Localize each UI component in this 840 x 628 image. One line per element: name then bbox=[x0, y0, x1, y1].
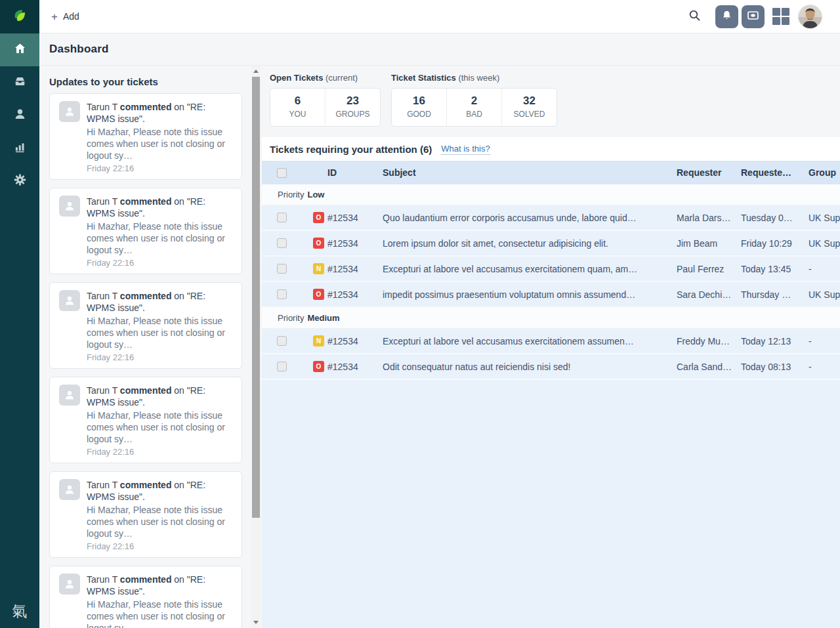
ticket-subject[interactable]: impedit possimus praesentium voluptatum … bbox=[383, 289, 677, 300]
ticket-requester: Carla Sand… bbox=[677, 362, 741, 372]
page-title: Dashboard bbox=[49, 43, 109, 56]
ticket-row[interactable]: O #12534 impedit possimus praesentium vo… bbox=[262, 282, 840, 308]
column-id[interactable]: ID bbox=[327, 167, 383, 178]
column-group[interactable]: Group bbox=[808, 167, 840, 178]
status-badge: O bbox=[313, 212, 324, 223]
gear-icon bbox=[13, 173, 27, 189]
ticket-subject[interactable]: Excepturi at labore vel accusamus exerci… bbox=[383, 264, 677, 274]
sidebar-item-admin[interactable] bbox=[0, 165, 39, 198]
ticket-id[interactable]: #12534 bbox=[327, 213, 383, 223]
card-author: Tarun T bbox=[87, 196, 117, 207]
contacts-icon bbox=[13, 108, 27, 123]
topbar: + Add bbox=[39, 0, 840, 33]
ticket-statistics-qualifier: (this week) bbox=[458, 73, 499, 83]
main-content: Open Tickets (current) 6 YOU 23 GROUPS T… bbox=[262, 66, 840, 628]
ticket-row[interactable]: O #12534 Lorem ipsum dolor sit amet, con… bbox=[262, 231, 840, 257]
update-card[interactable]: Tarun T commented on "RE: WPMS issue". H… bbox=[49, 471, 242, 558]
card-body: Hi Mazhar, Please note this issue comes … bbox=[87, 126, 232, 161]
card-title: Tarun T commented on "RE: WPMS issue". bbox=[87, 101, 232, 125]
priority-value: Medium bbox=[307, 313, 339, 323]
ticket-requester: Marla Dars… bbox=[677, 213, 741, 223]
ticket-id[interactable]: #12534 bbox=[327, 336, 383, 346]
row-checkbox[interactable] bbox=[277, 362, 287, 371]
sidebar-item-contacts[interactable] bbox=[0, 99, 39, 132]
helpdesk-dashboard: { "colors": { "sidebar_bg": "#0e3d47", "… bbox=[0, 0, 840, 628]
priority-value: Low bbox=[307, 190, 324, 199]
stat-cell-groups[interactable]: 23 GROUPS bbox=[325, 89, 380, 126]
row-checkbox[interactable] bbox=[277, 336, 287, 346]
ticket-subject[interactable]: Odit consequatur natus aut reiciendis ni… bbox=[383, 362, 677, 372]
apps-button[interactable] bbox=[772, 8, 789, 25]
card-action: commented bbox=[120, 102, 172, 112]
column-requested[interactable]: Requeste… bbox=[741, 167, 808, 178]
ticket-subject[interactable]: Quo laudantium error corporis accusamus … bbox=[383, 213, 677, 223]
card-author: Tarun T bbox=[87, 574, 117, 585]
ticket-row[interactable]: O #12534 Quo laudantium error corporis a… bbox=[262, 205, 840, 231]
qi-glyph[interactable]: 氣 bbox=[0, 601, 39, 621]
open-tickets-widget: Open Tickets (current) 6 YOU 23 GROUPS bbox=[270, 73, 381, 127]
status-badge: N bbox=[313, 263, 324, 274]
card-author: Tarun T bbox=[87, 102, 117, 112]
ticket-id[interactable]: #12534 bbox=[327, 264, 383, 274]
ticket-row[interactable]: N #12534 Excepturi at labore vel accusam… bbox=[262, 329, 840, 354]
stat-cell-good[interactable]: 16 GOOD bbox=[392, 89, 446, 126]
card-action: commented bbox=[120, 291, 172, 301]
switcher-button[interactable] bbox=[742, 5, 765, 28]
sidebar-item-dashboard[interactable] bbox=[0, 33, 39, 66]
status-badge: N bbox=[313, 335, 324, 346]
card-author: Tarun T bbox=[87, 291, 117, 301]
stat-cell-you[interactable]: 6 YOU bbox=[270, 89, 325, 126]
ticket-statistics-widget: Ticket Statistics (this week) 16 GOOD 2 … bbox=[391, 73, 557, 127]
card-title: Tarun T commented on "RE: WPMS issue". bbox=[87, 196, 232, 219]
stat-cell-solved[interactable]: 32 SOLVED bbox=[501, 89, 556, 126]
preview-box-icon bbox=[747, 10, 759, 24]
update-card[interactable]: Tarun T commented on "RE: WPMS issue". H… bbox=[49, 188, 242, 274]
brand-logo[interactable] bbox=[0, 0, 39, 33]
card-action: commented bbox=[120, 196, 172, 207]
ticket-requester: Paul Ferrez bbox=[677, 264, 741, 274]
update-card[interactable]: Tarun T commented on "RE: WPMS issue". H… bbox=[49, 566, 242, 628]
ticket-group: - bbox=[808, 264, 840, 274]
row-checkbox[interactable] bbox=[277, 238, 287, 248]
avatar[interactable] bbox=[798, 5, 822, 29]
attention-title: Tickets requiring your attention (6) bbox=[270, 144, 432, 155]
card-body: Hi Mazhar, Please note this issue comes … bbox=[87, 504, 232, 539]
sidebar-item-tickets[interactable] bbox=[0, 66, 39, 99]
column-requester[interactable]: Requester bbox=[677, 167, 741, 178]
row-checkbox[interactable] bbox=[277, 264, 287, 274]
add-button[interactable]: + Add bbox=[51, 11, 79, 22]
ticket-group: - bbox=[808, 362, 840, 372]
column-subject[interactable]: Subject bbox=[383, 167, 677, 178]
card-author: Tarun T bbox=[87, 480, 117, 490]
ticket-subject[interactable]: Lorem ipsum dolor sit amet, consectetur … bbox=[383, 238, 677, 249]
sidebar-item-reports[interactable] bbox=[0, 132, 39, 165]
notifications-button[interactable] bbox=[715, 5, 738, 28]
scrollbar-thumb[interactable] bbox=[252, 77, 260, 518]
ticket-subject[interactable]: Excepturi at labore vel accusamus exerci… bbox=[383, 336, 677, 346]
search-button[interactable] bbox=[688, 9, 701, 24]
what-is-this-link[interactable]: What is this? bbox=[441, 144, 490, 155]
ticket-id[interactable]: #12534 bbox=[327, 362, 383, 372]
card-title: Tarun T commented on "RE: WPMS issue". bbox=[87, 290, 232, 314]
ticket-id[interactable]: #12534 bbox=[327, 238, 383, 249]
update-card[interactable]: Tarun T commented on "RE: WPMS issue". H… bbox=[49, 93, 242, 180]
update-card[interactable]: Tarun T commented on "RE: WPMS issue". H… bbox=[49, 282, 242, 369]
row-checkbox[interactable] bbox=[277, 213, 287, 222]
ticket-row[interactable]: N #12534 Excepturi at labore vel accusam… bbox=[262, 257, 840, 282]
updates-scrollbar[interactable] bbox=[251, 66, 261, 628]
ticket-id[interactable]: #12534 bbox=[327, 289, 383, 300]
scroll-up-arrow[interactable] bbox=[253, 70, 259, 73]
status-badge: O bbox=[313, 238, 324, 249]
select-all-checkbox[interactable] bbox=[277, 168, 287, 178]
ticket-row[interactable]: O #12534 Odit consequatur natus aut reic… bbox=[262, 354, 840, 380]
update-card[interactable]: Tarun T commented on "RE: WPMS issue". H… bbox=[49, 377, 242, 463]
plus-icon: + bbox=[51, 11, 58, 22]
row-checkbox[interactable] bbox=[277, 289, 287, 299]
updates-card-list: Tarun T commented on "RE: WPMS issue". H… bbox=[49, 93, 242, 628]
card-avatar bbox=[59, 574, 80, 595]
card-author: Tarun T bbox=[87, 385, 117, 396]
topbar-actions bbox=[688, 5, 822, 29]
ticket-requested-time: Tuesday 0… bbox=[741, 213, 808, 223]
stat-cell-bad[interactable]: 2 BAD bbox=[446, 89, 501, 126]
scroll-down-arrow[interactable] bbox=[253, 621, 259, 624]
